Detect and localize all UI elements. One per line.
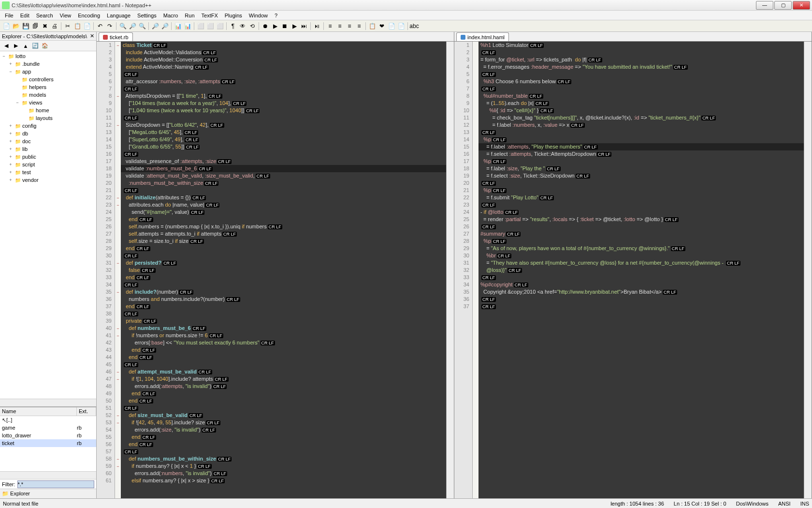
file-row[interactable]: ↖[..]	[0, 416, 96, 424]
menu-run[interactable]: Run	[182, 12, 197, 19]
toolbar-button[interactable]: ✂	[63, 22, 72, 30]
toolbar-button[interactable]: 📊	[174, 22, 182, 30]
toolbar-button[interactable]: 🔎	[151, 22, 160, 30]
toolbar-button[interactable]: 🔍	[138, 22, 146, 30]
filelist-hscroll[interactable]	[0, 471, 96, 479]
toolbar-button[interactable]: ⏹	[280, 22, 289, 30]
fold-column[interactable]: −−−−−−−−−−−−−−−	[115, 42, 121, 498]
tree-hscroll[interactable]	[0, 399, 96, 406]
tree-item[interactable]: +📁config	[1, 122, 95, 130]
nav-button[interactable]: ◀	[2, 42, 11, 50]
vscroll-left[interactable]	[446, 42, 454, 498]
toolbar-button[interactable]: ✖	[41, 22, 49, 30]
tab-index-haml[interactable]: index.html.haml	[456, 32, 509, 41]
nav-button[interactable]: ▶	[12, 42, 20, 50]
tree-item[interactable]: +📁lib	[1, 145, 95, 153]
tree-item[interactable]: −📁app	[1, 68, 95, 75]
toolbar-button[interactable]: 💾	[21, 22, 30, 30]
filter-input[interactable]	[17, 480, 95, 488]
tree-item[interactable]: +📁.bundle	[1, 60, 95, 68]
folder-tree[interactable]: −📁lotto+📁.bundle−📁app📁controllers📁helper…	[0, 51, 96, 399]
menu-?[interactable]: ?	[272, 12, 280, 19]
col-ext[interactable]: Ext.	[77, 407, 96, 416]
nav-button[interactable]: ▲	[21, 42, 30, 50]
toolbar-button[interactable]: 🔎	[160, 22, 169, 30]
file-list-header[interactable]: Name Ext.	[0, 407, 96, 416]
tree-item[interactable]: 📁helpers	[1, 83, 95, 91]
menu-view[interactable]: View	[57, 12, 74, 19]
tree-item[interactable]: −📁views	[1, 99, 95, 106]
tree-item[interactable]: −📁lotto	[1, 52, 95, 60]
tree-item[interactable]: +📁public	[1, 153, 95, 161]
toolbar-button[interactable]: 📄	[387, 22, 396, 30]
menu-settings[interactable]: Settings	[134, 12, 160, 19]
menu-plugins[interactable]: Plugins	[222, 12, 245, 19]
toolbar-button[interactable]: 🖨	[50, 22, 59, 30]
code-area-left[interactable]: 1234567891011121314151617181920212223242…	[97, 42, 454, 498]
tree-item[interactable]: +📁vendor	[1, 176, 95, 184]
tree-item[interactable]: 📁home	[1, 106, 95, 114]
toolbar-button[interactable]: ≡	[326, 22, 334, 30]
explorer-close-icon[interactable]: ✕	[90, 33, 94, 39]
toolbar-button[interactable]: 📊	[183, 22, 192, 30]
vscroll-right[interactable]	[804, 42, 812, 498]
toolbar-button[interactable]: ⏭	[300, 22, 308, 30]
toolbar-button[interactable]: ¶	[229, 22, 237, 30]
minimize-button[interactable]: —	[756, 1, 773, 10]
menu-textfx[interactable]: TextFX	[199, 12, 221, 19]
file-row[interactable]: ticketrb	[0, 439, 96, 447]
toolbar-button[interactable]: 🔍	[118, 22, 127, 30]
tree-item[interactable]: +📁script	[1, 161, 95, 168]
toolbar-button[interactable]: ⏯	[313, 22, 321, 30]
explorer-tab[interactable]: 📁 Explorer	[0, 489, 96, 498]
tab-ticket-rb[interactable]: ticket.rb	[99, 32, 133, 41]
toolbar-button[interactable]: 📋	[73, 22, 82, 30]
col-name[interactable]: Name	[0, 407, 77, 416]
toolbar-button[interactable]: 📋	[368, 22, 377, 30]
toolbar-button[interactable]: ↶	[96, 22, 104, 30]
tree-item[interactable]: +📁test	[1, 168, 95, 176]
nav-button[interactable]: 🏠	[41, 42, 49, 50]
menu-search[interactable]: Search	[33, 12, 56, 19]
tree-item[interactable]: 📁layouts	[1, 114, 95, 122]
code-lines[interactable]: class TicketCR LF include ActiveModel::V…	[121, 42, 446, 498]
code-area-right[interactable]: 1234567891011121314151617181920212223242…	[454, 42, 812, 498]
toolbar-button[interactable]: ⬜	[216, 22, 224, 30]
toolbar-button[interactable]: ≡	[345, 22, 354, 30]
toolbar-button[interactable]: ❤	[377, 22, 386, 30]
toolbar-button[interactable]: 📂	[12, 22, 20, 30]
toolbar-button[interactable]: ▶	[290, 22, 299, 30]
toolbar-button[interactable]: 📄	[397, 22, 406, 30]
toolbar-button[interactable]: abc	[410, 22, 419, 30]
menu-file[interactable]: File	[2, 12, 16, 19]
menu-macro[interactable]: Macro	[160, 12, 181, 19]
file-row[interactable]: lotto_drawerrb	[0, 432, 96, 439]
fold-column[interactable]	[473, 42, 478, 498]
menu-window[interactable]: Window	[246, 12, 271, 19]
toolbar-button[interactable]: 📄	[2, 22, 11, 30]
toolbar-button[interactable]: ≡	[335, 22, 344, 30]
tree-item[interactable]: 📁controllers	[1, 75, 95, 83]
file-row[interactable]: gamerb	[0, 424, 96, 432]
tree-item[interactable]: +📁doc	[1, 137, 95, 145]
code-lines[interactable]: %h1 Lotto SimulatorCR LFCR LF= form_for …	[478, 42, 804, 498]
toolbar-button[interactable]: 👁	[238, 22, 247, 30]
menu-edit[interactable]: Edit	[17, 12, 32, 19]
tree-item[interactable]: +📁db	[1, 130, 95, 137]
nav-button[interactable]: 🔄	[31, 42, 40, 50]
toolbar-button[interactable]: ≡	[355, 22, 363, 30]
close-button[interactable]: ✕	[793, 1, 810, 10]
menu-language[interactable]: Language	[104, 12, 133, 19]
toolbar-button[interactable]: 🗐	[31, 22, 40, 30]
maximize-button[interactable]: ▢	[774, 1, 792, 10]
toolbar-button[interactable]: ⟲	[248, 22, 257, 30]
toolbar-button[interactable]: ⬜	[196, 22, 205, 30]
menu-encoding[interactable]: Encoding	[75, 12, 103, 19]
tree-item[interactable]: 📁models	[1, 91, 95, 99]
toolbar-button[interactable]: ⬜	[206, 22, 215, 30]
toolbar-button[interactable]: ↷	[105, 22, 114, 30]
toolbar-button[interactable]: 📄	[83, 22, 91, 30]
toolbar-button[interactable]: ▶	[271, 22, 279, 30]
file-list-body[interactable]: ↖[..]gamerblotto_drawerrbticketrb	[0, 416, 96, 471]
toolbar-button[interactable]: ⏺	[261, 22, 270, 30]
